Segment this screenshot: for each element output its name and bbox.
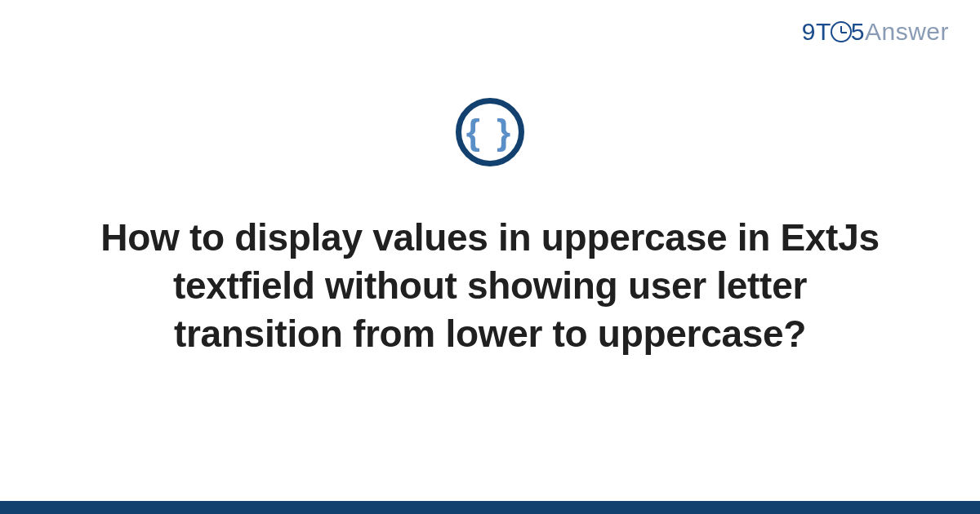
question-title: How to display values in uppercase in Ex… [0,214,980,358]
category-icon-circle: { } [456,98,524,166]
logo-suffix: Answer [865,18,949,45]
logo-middle: 5 [851,18,865,45]
main-content: { } How to display values in uppercase i… [0,98,980,358]
logo-prefix: 9T [802,18,831,45]
braces-icon: { } [466,114,514,150]
footer-accent-bar [0,501,980,514]
site-logo: 9T5Answer [802,18,949,46]
clock-icon [831,21,852,42]
